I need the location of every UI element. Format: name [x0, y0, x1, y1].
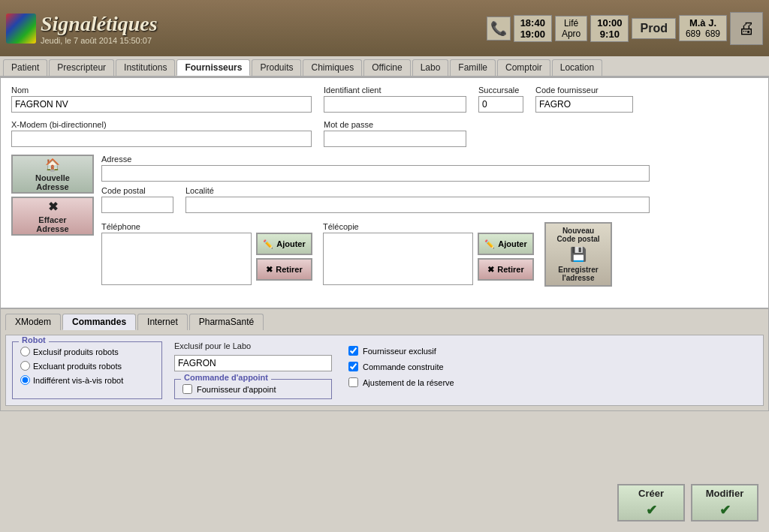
codepostal-group: Code postal — [101, 186, 173, 213]
commande-appoint-label: Commande d'appoint — [181, 373, 271, 382]
radio-exclusif-produits[interactable] — [20, 347, 30, 356]
tab-fournisseurs[interactable]: Fournisseurs — [176, 59, 250, 76]
bottom-tab-pharmasante[interactable]: PharmaSanté — [189, 314, 264, 330]
checkbox-ajustement-reserve[interactable] — [348, 377, 358, 387]
pencil-icon: ✏️ — [263, 239, 273, 249]
tab-prescripteur[interactable]: Prescripteur — [49, 59, 114, 76]
commande-construite-label: Commande construite — [363, 362, 444, 371]
fournisseur-appoint-label: Fournisseur d'appoint — [197, 385, 276, 394]
checkbox-commande-construite[interactable] — [348, 362, 358, 371]
ajustement-reserve-row: Ajustement de la réserve — [348, 377, 454, 387]
label-box1: Lifé Apro — [555, 16, 587, 41]
main-form: Nom Identifiant client Succursale Code f… — [0, 77, 769, 308]
motpasse-input[interactable] — [324, 131, 466, 147]
code-fourn-group: Code fournisseur — [535, 86, 633, 113]
tab-location[interactable]: Location — [552, 59, 602, 76]
radio-excluant-produits[interactable] — [20, 361, 30, 371]
telephone-label: Téléphone — [101, 222, 312, 231]
bottom-tab-commandes[interactable]: Commandes — [62, 314, 136, 330]
identifiant-label: Identifiant client — [324, 86, 466, 95]
robot-label: Robot — [19, 335, 49, 344]
fax-area: ✏️ Ajouter ✖ Retirer — [323, 233, 534, 285]
creer-button[interactable]: Créer ✔ — [617, 484, 685, 521]
fournisseur-exclusif-label: Fournisseur exclusif — [363, 347, 436, 356]
tab-patient[interactable]: Patient — [3, 59, 47, 76]
telephone-ajouter-button[interactable]: ✏️ Ajouter — [256, 233, 312, 255]
register-icon: 🖨 — [730, 12, 763, 45]
adresse-group: Adresse — [101, 155, 758, 182]
retirer-label: Retirer — [276, 265, 302, 274]
label2: Apro — [562, 29, 581, 39]
main-tabs-bar: Patient Prescripteur Institutions Fourni… — [0, 56, 769, 77]
telephone-retirer-button[interactable]: ✖ Retirer — [256, 258, 312, 281]
fax-retirer-label: Retirer — [497, 265, 523, 274]
telecopie-label: Télécopie — [323, 222, 534, 231]
effacer-adresse-button[interactable]: ✖ EffacerAdresse — [11, 197, 94, 236]
code-fourn-input[interactable] — [535, 96, 633, 113]
modifier-label: Modifier — [706, 488, 744, 499]
motpasse-label: Mot de passe — [324, 120, 466, 129]
tab-produits[interactable]: Produits — [252, 59, 301, 76]
bottom-tabs-bar: XModem Commandes Internet PharmaSanté — [5, 314, 764, 330]
tab-labo[interactable]: Labo — [412, 59, 449, 76]
fax-remove-icon: ✖ — [487, 265, 494, 275]
checkboxes-section: Fournisseur exclusif Commande construite… — [344, 341, 459, 399]
telephone-input[interactable] — [101, 233, 252, 285]
telecopie-input[interactable] — [323, 233, 473, 285]
bottom-tab-internet[interactable]: Internet — [137, 314, 188, 330]
nouvelle-adresse-button[interactable]: 🏠 NouvelleAdresse — [11, 155, 94, 194]
adresse-label: Adresse — [101, 155, 758, 164]
maj-num: 689 — [705, 29, 720, 39]
excluant-produits-row: Excluant produits robots — [20, 361, 154, 371]
telecopie-group: Télécopie ✏️ Ajouter ✖ Retirer — [323, 222, 534, 285]
bottom-right-buttons: Créer ✔ Modifier ✔ — [617, 484, 758, 521]
phone-fax-row: Téléphone ✏️ Ajouter ✖ Retirer — [101, 222, 758, 287]
localite-input[interactable] — [185, 197, 650, 213]
remove-icon: ✖ — [266, 265, 273, 275]
tab-institutions[interactable]: Institutions — [116, 59, 175, 76]
identifiant-group: Identifiant client — [324, 86, 466, 113]
identifiant-input[interactable] — [324, 96, 466, 113]
adresse-input[interactable] — [101, 165, 650, 182]
modifier-button[interactable]: Modifier ✔ — [691, 484, 758, 521]
logo-area: Signalétiques Jeudi, le 7 août 2014 15:5… — [6, 12, 158, 45]
codepostal-input[interactable] — [101, 197, 173, 213]
xmodem-input[interactable] — [11, 131, 312, 147]
maj-label: M.à J. — [689, 17, 716, 29]
radio-indifferent[interactable] — [20, 375, 30, 385]
telephone-area: ✏️ Ajouter ✖ Retirer — [101, 233, 312, 285]
time-box1: 18:40 19:00 — [514, 15, 552, 42]
form-row-2: X-Modem (bi-directionnel) Mot de passe — [11, 120, 758, 147]
tab-chimiques[interactable]: Chimiques — [303, 59, 362, 76]
checkbox-fournisseur-exclusif[interactable] — [348, 346, 358, 356]
checkbox-fournisseur-appoint[interactable] — [182, 384, 192, 394]
indifferent-label: Indifférent vis-à-vis robot — [33, 376, 123, 385]
title-block: Signalétiques Jeudi, le 7 août 2014 15:5… — [41, 12, 158, 45]
postal-localite-row: Code postal Localité — [101, 186, 758, 213]
commandes-tab-content: Robot Exclusif produits robots Excluant … — [5, 335, 764, 406]
exclusif-labo-input[interactable] — [174, 355, 332, 371]
exclusif-produits-row: Exclusif produits robots — [20, 347, 154, 356]
enregistrer-label: Enregistrer — [558, 266, 598, 274]
page-wrapper: Patient Prescripteur Institutions Fourni… — [0, 56, 769, 532]
xmodem-label: X-Modem (bi-directionnel) — [11, 120, 312, 129]
succursale-label: Succursale — [478, 86, 523, 95]
fax-retirer-button[interactable]: ✖ Retirer — [478, 258, 534, 281]
bottom-tab-xmodem[interactable]: XModem — [5, 314, 61, 330]
ajustement-reserve-label: Ajustement de la réserve — [363, 378, 454, 387]
form-row-1: Nom Identifiant client Succursale Code f… — [11, 86, 758, 113]
fax-ajouter-button[interactable]: ✏️ Ajouter — [478, 233, 534, 255]
nouveau-code-button[interactable]: Nouveau Code postal 💾 Enregistrer l'adre… — [544, 222, 612, 287]
fournisseur-exclusif-row: Fournisseur exclusif — [348, 346, 454, 356]
nom-label: Nom — [11, 86, 312, 95]
tab-officine[interactable]: Officine — [363, 59, 410, 76]
succursale-input[interactable] — [478, 96, 523, 113]
house-icon: 🏠 — [45, 158, 60, 172]
codepostal-label: Code postal — [101, 186, 173, 195]
time1b-value: 19:00 — [520, 29, 545, 40]
tab-famille[interactable]: Famille — [450, 59, 496, 76]
nom-input[interactable] — [11, 96, 312, 113]
effacer-adresse-label: EffacerAdresse — [36, 215, 68, 233]
tab-comptoir[interactable]: Comptoir — [497, 59, 550, 76]
nom-group: Nom — [11, 86, 312, 113]
